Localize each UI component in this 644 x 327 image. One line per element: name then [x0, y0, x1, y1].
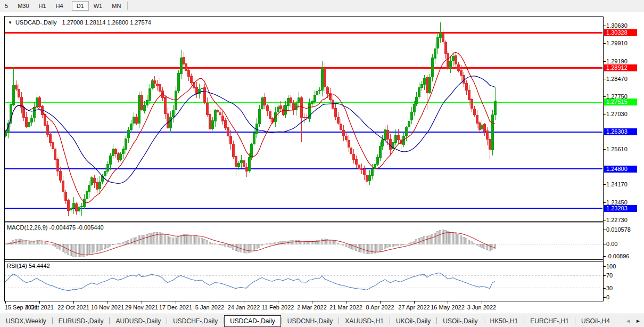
rsi-axis-tick-label: 0 [606, 294, 609, 300]
price-level-badge: 1.28912 [604, 64, 637, 71]
chart-ohlc-values: 1.27008 1.28114 1.26800 1.27574 [62, 19, 151, 26]
price-axis-tick-label: 1.22730 [606, 217, 628, 223]
price-axis-tick-label: 1.27030 [606, 111, 628, 117]
tab-audusd-daily[interactable]: AUDUSD-,Daily [110, 316, 167, 326]
tab-eurusd-daily[interactable]: EURUSD-,Daily [53, 316, 110, 326]
chevron-down-icon[interactable]: ▼ [8, 20, 12, 25]
tab-usoil-h4[interactable]: USOil-,H4 [575, 316, 616, 326]
chart-symbol-label: USDCAD-,Daily [15, 19, 57, 26]
tab-xauusd-h1[interactable]: XAUUSD-,H1 [339, 316, 390, 326]
price-level-badge: 1.26303 [604, 128, 637, 135]
tab-usdcad-daily[interactable]: USDCAD-,Daily [224, 315, 281, 327]
price-axis-tick-label: 1.29910 [606, 40, 628, 46]
tab-eurchf-h1[interactable]: EURCHF-,H1 [524, 316, 575, 326]
tab-usdchf-daily[interactable]: USDCHF-,Daily [167, 316, 224, 326]
macd-indicator-label: MACD(12,26,9) -0.004475 -0.005440 [7, 224, 104, 231]
tab-usoil-daily[interactable]: USOil-,Daily [437, 316, 483, 326]
price-axis-tick-label: 1.29190 [606, 58, 628, 64]
price-axis-tick-label: 1.24170 [606, 181, 628, 187]
tab-scroll-right-icon[interactable]: ► [635, 318, 641, 324]
symbol-tab-bar: USDX,WeeklyEURUSD-,DailyAUDUSD-,DailyUSD… [0, 314, 644, 327]
rsi-axis-tick-label: 30 [606, 285, 613, 291]
date-axis-label: 3 Jun 2022 [461, 304, 502, 310]
price-axis-tick-label: 1.30630 [606, 22, 628, 29]
tab-scroll-arrows: ◄► [625, 318, 641, 324]
price-level-badge: 1.24800 [604, 166, 637, 173]
price-level-badge: 1.27515 [604, 99, 637, 105]
tab-usdcnh-daily[interactable]: USDCNH-,Daily [282, 316, 338, 326]
rsi-axis-tick-label: 70 [606, 272, 613, 279]
tab-ukoil-daily[interactable]: UKOil-,Daily [390, 316, 436, 326]
chart-title: ▼USDCAD-,Daily1.27008 1.28114 1.26800 1.… [8, 19, 151, 26]
price-level-badge: 1.23203 [604, 205, 637, 212]
price-axis-tick-label: 1.28470 [606, 76, 628, 82]
macd-axis-tick-label: 0.00 [606, 241, 617, 247]
rsi-indicator-label: RSI(14) 54.4442 [7, 263, 50, 269]
date-axis-label: 2 Mar 2022 [292, 304, 332, 310]
tab-hk50-h1[interactable]: HK50-,H1 [484, 316, 524, 326]
macd-axis-tick-label: -0.00896 [606, 253, 629, 259]
price-level-badge: 1.30328 [604, 29, 637, 36]
tab-usdx-weekly[interactable]: USDX,Weekly [0, 316, 52, 326]
price-axis-tick-label: 1.25610 [606, 146, 628, 152]
chart-canvas[interactable] [0, 0, 644, 327]
tab-scroll-left-icon[interactable]: ◄ [625, 318, 631, 324]
macd-axis-tick-label: 0.010578 [606, 226, 631, 233]
rsi-axis-tick-label: 100 [606, 263, 616, 269]
